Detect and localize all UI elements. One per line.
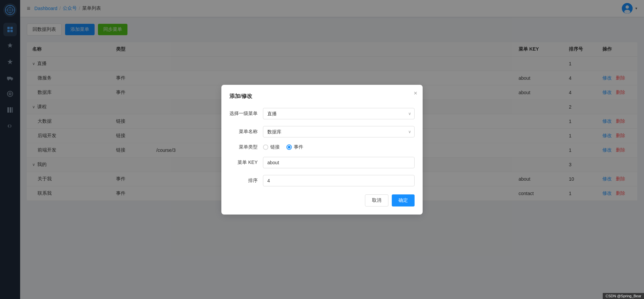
menu-type-label: 菜单类型 xyxy=(229,144,263,150)
radio-label-link: 链接 xyxy=(270,144,280,150)
modal-close-button[interactable]: × xyxy=(414,90,417,96)
form-row-sort: 排序 xyxy=(229,175,415,186)
radio-event[interactable]: 事件 xyxy=(286,144,303,150)
menu-name-control: 数据库 微服务 ∨ xyxy=(263,126,415,137)
menu-key-label: 菜单 KEY xyxy=(229,160,263,166)
menu-key-input[interactable] xyxy=(263,157,415,168)
modal-overlay: 添加/修改 × 选择一级菜单 直播 课程 我的 ∨ 菜单名称 xyxy=(0,0,644,299)
parent-menu-control: 直播 课程 我的 ∨ xyxy=(263,108,415,119)
confirm-button[interactable]: 确定 xyxy=(392,194,415,206)
sort-control xyxy=(263,175,415,186)
sort-input[interactable] xyxy=(263,175,415,186)
watermark: CSDN @Spring_Bear xyxy=(603,293,644,299)
radio-circle-link xyxy=(263,144,268,150)
radio-circle-event xyxy=(286,144,292,150)
parent-menu-label: 选择一级菜单 xyxy=(229,111,263,117)
modal-title: 添加/修改 xyxy=(229,93,415,100)
radio-inner-event xyxy=(288,146,290,148)
form-row-menu-key: 菜单 KEY xyxy=(229,157,415,168)
menu-type-control: 链接 事件 xyxy=(263,144,415,150)
menu-name-label: 菜单名称 xyxy=(229,129,263,135)
cancel-button[interactable]: 取消 xyxy=(365,194,388,206)
sort-label: 排序 xyxy=(229,178,263,184)
menu-name-select[interactable]: 数据库 微服务 xyxy=(263,126,415,137)
form-row-menu-name: 菜单名称 数据库 微服务 ∨ xyxy=(229,126,415,137)
radio-label-event: 事件 xyxy=(294,144,303,150)
menu-key-control xyxy=(263,157,415,168)
parent-menu-select[interactable]: 直播 课程 我的 xyxy=(263,108,415,119)
modal-footer: 取消 确定 xyxy=(229,194,415,206)
form-row-menu-type: 菜单类型 链接 事件 xyxy=(229,144,415,150)
radio-link[interactable]: 链接 xyxy=(263,144,280,150)
form-row-parent-menu: 选择一级菜单 直播 课程 我的 ∨ xyxy=(229,108,415,119)
add-edit-modal: 添加/修改 × 选择一级菜单 直播 课程 我的 ∨ 菜单名称 xyxy=(221,85,423,215)
